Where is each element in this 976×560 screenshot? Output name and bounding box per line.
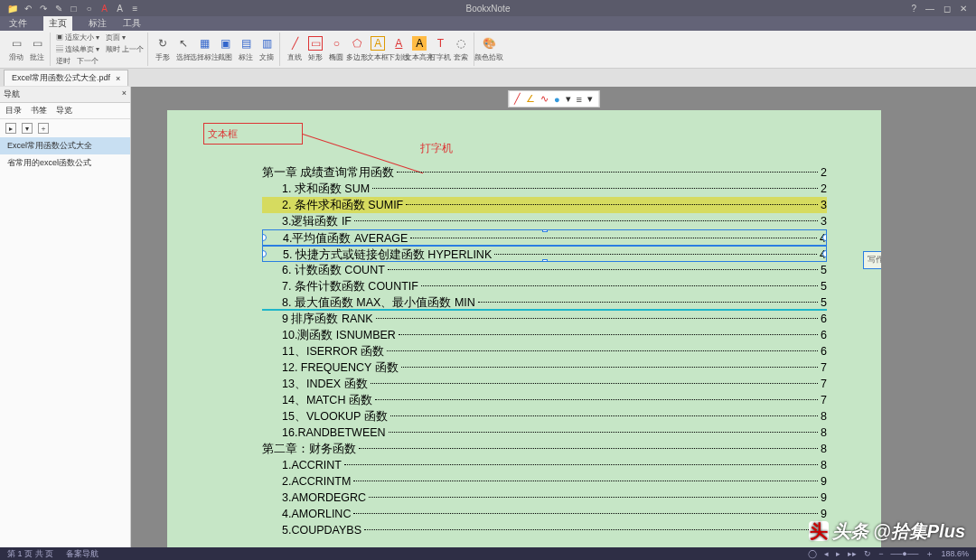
- textbox-tool[interactable]: A文本框: [369, 34, 387, 65]
- qat-pen-icon[interactable]: ✎: [53, 4, 63, 14]
- status-zoom-slider[interactable]: ──●──: [891, 549, 919, 558]
- status-loop-icon[interactable]: ↻: [864, 549, 871, 558]
- document-tab[interactable]: Excel常用函数公式大全.pdf ×: [4, 70, 128, 86]
- toc-row[interactable]: 2.ACCRINTM9: [262, 473, 827, 490]
- highlight-tool[interactable]: A文本高亮: [410, 34, 428, 65]
- rotate-ccw[interactable]: 逆时: [56, 57, 70, 65]
- toc-row[interactable]: 4.平均值函数 AVERAGE4: [262, 229, 827, 246]
- left-panel-close-icon[interactable]: ×: [122, 89, 127, 100]
- float-angle-icon[interactable]: ∠: [526, 93, 535, 105]
- outline-expand-icon[interactable]: ▸: [5, 123, 16, 134]
- outline-node-selected[interactable]: Excel常用函数公式大全: [0, 137, 130, 154]
- float-color-icon[interactable]: ●: [554, 94, 560, 105]
- snapshot-tool[interactable]: ▣截图: [216, 34, 234, 65]
- toc-row[interactable]: 10.测函数 ISNUMBER6: [262, 327, 827, 343]
- toc-row[interactable]: 4.AMORLINC9: [262, 506, 827, 522]
- status-play-icon[interactable]: ▸: [836, 549, 840, 558]
- outline-add-icon[interactable]: ＋: [38, 123, 49, 134]
- menu-home[interactable]: 主页: [43, 16, 72, 31]
- maximize-icon[interactable]: ◻: [943, 4, 951, 14]
- help-icon[interactable]: ?: [911, 4, 916, 14]
- doc-tab-close-icon[interactable]: ×: [116, 74, 120, 83]
- status-next-icon[interactable]: ▸▸: [848, 549, 857, 558]
- prev-btn[interactable]: 上一个: [122, 45, 144, 53]
- excerpt-tool[interactable]: ▥文摘: [258, 34, 276, 65]
- annotation-typewriter[interactable]: 打字机: [420, 141, 453, 156]
- toc-row[interactable]: 7. 条件计数函数 COUNTIF5: [262, 278, 827, 294]
- toc-row[interactable]: 11、ISERROR 函数6: [262, 343, 827, 359]
- close-icon[interactable]: ✕: [960, 4, 967, 14]
- toc-row[interactable]: 12. FREQUENCY 函数7: [262, 359, 827, 376]
- toc-row[interactable]: 第二章：财务函数8: [262, 441, 827, 457]
- status-zoom-in-icon[interactable]: ＋: [925, 548, 934, 560]
- float-list-icon[interactable]: ≡: [577, 94, 582, 105]
- qat-text-a2-icon[interactable]: A: [115, 4, 125, 14]
- tab-outline[interactable]: 目录: [5, 105, 22, 117]
- toc-row[interactable]: 9 排序函数 RANK6: [262, 311, 827, 327]
- qat-undo-icon[interactable]: ↶: [23, 4, 33, 14]
- tab-tour[interactable]: 导览: [56, 105, 72, 117]
- note-button[interactable]: ▭批注: [28, 34, 46, 65]
- toc-row[interactable]: 6. 计数函数 COUNT5: [262, 262, 827, 278]
- toc-text: 3.AMORDEGRC: [262, 490, 366, 506]
- lasso-tool[interactable]: ◌套索: [452, 34, 470, 65]
- qat-text-a-icon[interactable]: A: [99, 4, 109, 14]
- hand-tool[interactable]: ↻手形: [154, 34, 172, 65]
- menu-tools[interactable]: 工具: [123, 17, 141, 30]
- toc-row[interactable]: 14、MATCH 函数7: [262, 392, 827, 408]
- tab-bookmark[interactable]: 书签: [31, 105, 47, 117]
- menu-file[interactable]: 文件: [9, 17, 27, 30]
- outline-node[interactable]: 省常用的excel函数公式: [0, 154, 130, 172]
- status-prev-icon[interactable]: ◂: [824, 549, 829, 558]
- toc-row[interactable]: 16.RANDBETWEEN8: [262, 425, 827, 441]
- toc-row[interactable]: 第一章 成绩查询常用函数2: [262, 164, 827, 181]
- toc-page: 2: [821, 181, 827, 197]
- slide-button[interactable]: ▭滑动: [7, 34, 25, 65]
- annotation-textbox[interactable]: 文本框: [203, 123, 303, 145]
- toc-dots: [399, 334, 818, 335]
- minimize-icon[interactable]: —: [925, 4, 934, 14]
- typewriter-tool[interactable]: T打字机: [431, 34, 449, 65]
- float-color-drop[interactable]: ▾: [566, 93, 571, 105]
- toc-row[interactable]: 1.ACCRINT8: [262, 457, 827, 473]
- float-list-drop[interactable]: ▾: [587, 93, 593, 105]
- status-zoom-out-icon[interactable]: −: [878, 549, 883, 558]
- qat-redo-icon[interactable]: ↷: [38, 4, 48, 14]
- float-wave-icon[interactable]: ∿: [540, 93, 549, 105]
- float-line-icon[interactable]: ╱: [514, 93, 521, 105]
- document-canvas[interactable]: ╱ ∠ ∿ ●▾ ≡▾ 文本框 打字机 第一章 成绩查询常用函数21. 求和函数…: [131, 87, 976, 547]
- fit-dropdown[interactable]: ▣ 适应大小 ▾: [56, 33, 99, 42]
- rect-tool[interactable]: ▭矩形: [306, 34, 324, 65]
- toc-row[interactable]: 13、INDEX 函数7: [262, 376, 827, 392]
- toc-row[interactable]: 2. 条件求和函数 SUMIF3: [262, 197, 827, 213]
- oval-tool[interactable]: ○椭圆: [327, 34, 345, 65]
- toc-row[interactable]: 1. 求和函数 SUM2: [262, 181, 827, 197]
- page-view[interactable]: 文本框 打字机 第一章 成绩查询常用函数21. 求和函数 SUM22. 条件求和…: [167, 110, 881, 547]
- toc-row[interactable]: 3.AMORDEGRC9: [262, 490, 827, 506]
- status-nav[interactable]: 备案导航: [66, 548, 99, 560]
- layout-dropdown[interactable]: ▤ 连续单页 ▾: [56, 45, 99, 53]
- menu-annotate[interactable]: 标注: [89, 17, 107, 30]
- toc-row[interactable]: 3.逻辑函数 IF3: [262, 213, 827, 229]
- color-picker[interactable]: 🎨颜色拾取: [480, 34, 498, 65]
- mode-dropdown[interactable]: 页面: [106, 33, 120, 42]
- polygon-tool[interactable]: ⬠多边形: [348, 34, 366, 65]
- select-annot-tool[interactable]: ▦选择标注: [195, 34, 213, 65]
- toc-row[interactable]: 5. 快捷方式或链接创建函数 HYPERLINK4: [262, 246, 827, 262]
- annotate-tool[interactable]: ▤标注: [237, 34, 255, 65]
- rotate-cw[interactable]: 顺时: [106, 45, 120, 53]
- qat-rect-icon[interactable]: □: [69, 4, 79, 14]
- annotation-popup[interactable]: 写作: [863, 251, 881, 269]
- qat-open-icon[interactable]: 📁: [7, 4, 17, 14]
- toc-row[interactable]: 15、VLOOKUP 函数8: [262, 408, 827, 425]
- toc-row[interactable]: 8. 最大值函数 MAX、最小值函数 MIN5: [262, 294, 827, 311]
- ribbon-group-page: ▣ 适应大小 ▾ 页面 ▾ ▤ 连续单页 ▾ 顺时 上一个 逆时 下一个: [52, 33, 148, 66]
- status-dot1-icon[interactable]: ◯: [808, 549, 817, 558]
- next-btn[interactable]: 下一个: [77, 57, 99, 65]
- qat-menu-icon[interactable]: ≡: [130, 4, 140, 14]
- line-tool[interactable]: ╱直线: [286, 34, 304, 65]
- qat-oval-icon[interactable]: ○: [84, 4, 94, 14]
- quick-access-toolbar: 📁 ↶ ↷ ✎ □ ○ A A ≡: [0, 4, 140, 14]
- outline-collapse-icon[interactable]: ▾: [22, 123, 33, 134]
- toc-row[interactable]: 5.COUPDAYBS9: [262, 522, 827, 538]
